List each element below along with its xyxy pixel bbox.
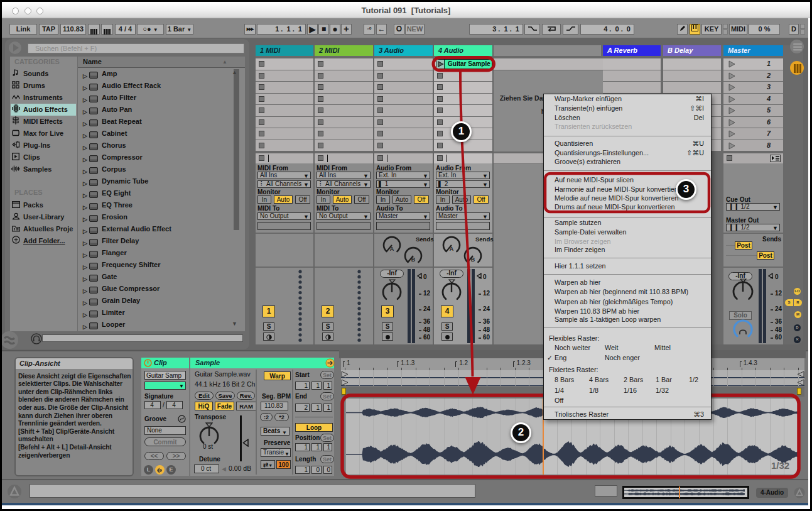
svg-text:B: B — [471, 256, 475, 263]
svg-text:B: B — [411, 256, 416, 263]
svg-text:A: A — [390, 246, 394, 252]
svg-text:A: A — [450, 246, 454, 252]
